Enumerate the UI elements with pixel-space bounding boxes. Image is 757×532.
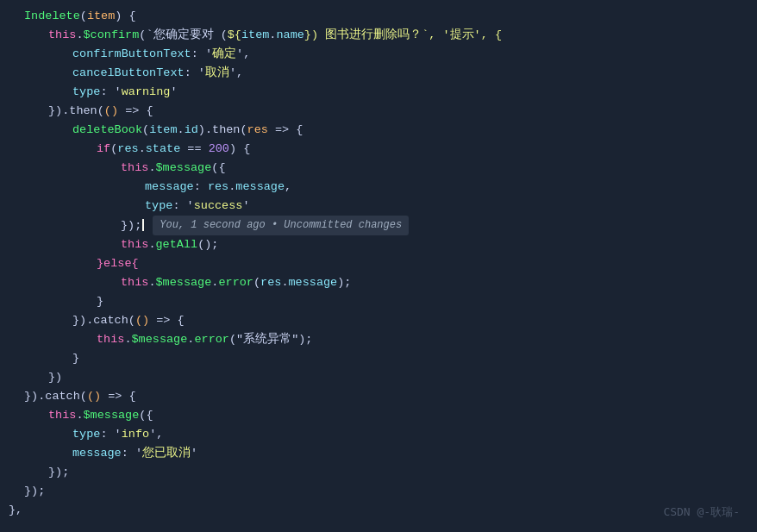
line-content: this.$message({ [48,406,153,425]
line-content: if(res.state == 200) { [97,140,250,159]
line-content: } [72,349,79,368]
line-content: type: 'info', [72,425,163,444]
line-content: this.$confirm(`您确定要对 (${item.name}) 图书进行… [48,26,502,45]
code-line: message: '您已取消' [0,444,757,463]
line-content: Indelete(item) { [24,7,136,26]
code-line: }).then(() => { [0,102,757,121]
code-line: type: 'success' [0,197,757,216]
code-editor: Indelete(item) {this.$confirm(`您确定要对 (${… [0,0,757,532]
code-line: cancelButtonText: '取消', [0,64,757,83]
code-line: }).catch(() => { [0,387,757,406]
code-line: }else{ [0,254,757,273]
code-line: this.$message.error(res.message); [0,273,757,292]
code-line: message: res.message, [0,178,757,197]
code-line: type: 'warning' [0,83,757,102]
line-content: cancelButtonText: '取消', [72,64,243,83]
line-content: }).catch(() => { [24,387,136,406]
code-line: } [0,349,757,368]
code-line: this.$confirm(`您确定要对 (${item.name}) 图书进行… [0,26,757,45]
line-content: type: 'success' [145,197,250,216]
code-line: this.$message.error("系统异常"); [0,330,757,349]
line-content: }); [24,482,45,501]
code-line: }); [0,482,757,501]
code-line: this.$message({ [0,406,757,425]
line-content: this.$message.error(res.message); [121,273,351,292]
line-content: type: 'warning' [72,83,178,102]
line-content: this.$message.error("系统异常"); [97,330,312,349]
code-content: Indelete(item) {this.$confirm(`您确定要对 (${… [0,7,757,520]
code-line: this.$message({ [0,159,757,178]
line-content: message: res.message, [145,178,291,197]
line-content: }, [9,501,22,520]
line-content: this.getAll(); [121,235,218,254]
line-content: }) [48,368,62,387]
text-cursor [142,219,144,231]
line-content: message: '您已取消' [72,444,197,463]
line-content: confirmButtonText: '确定', [72,45,250,64]
line-content: }else{ [97,254,139,273]
line-content: }); [48,463,69,482]
code-line: this.getAll(); [0,235,757,254]
code-line: } [0,292,757,311]
code-line: });You, 1 second ago • Uncommitted chang… [0,216,757,235]
line-content: } [97,292,103,311]
code-line: }).catch(() => { [0,311,757,330]
git-tooltip: You, 1 second ago • Uncommitted changes [153,216,409,235]
code-line: }); [0,463,757,482]
watermark: CSDN @-耿瑞- [663,504,740,522]
line-content: this.$message({ [121,159,226,178]
code-line: }, [0,501,757,520]
code-line: type: 'info', [0,425,757,444]
code-line: }) [0,368,757,387]
code-line: confirmButtonText: '确定', [0,45,757,64]
code-line: Indelete(item) { [0,7,757,26]
line-content: deleteBook(item.id).then(res => { [72,121,303,140]
line-content: }).catch(() => { [72,311,185,330]
code-line: if(res.state == 200) { [0,140,757,159]
code-line: deleteBook(item.id).then(res => { [0,121,757,140]
line-content: }).then(() => { [48,102,153,121]
line-content: }); [121,216,144,235]
